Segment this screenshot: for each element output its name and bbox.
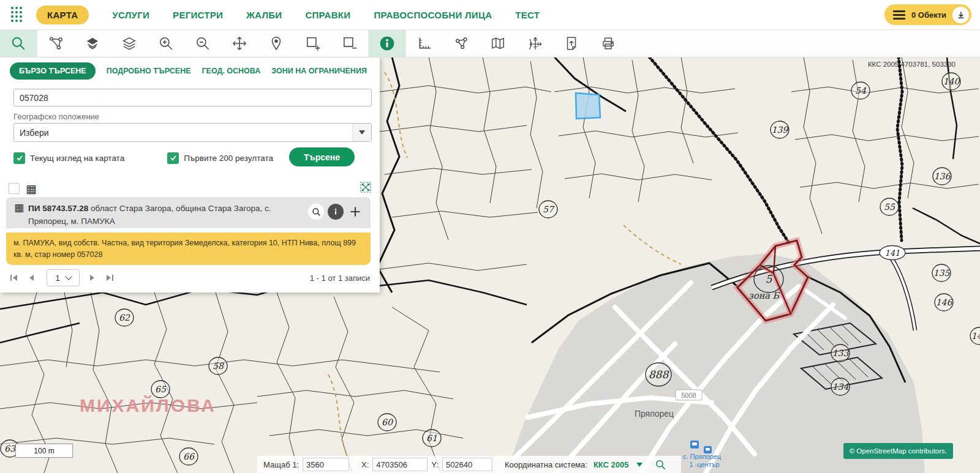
measure-ruler-icon [417,35,432,51]
scale-value-input[interactable] [303,458,349,471]
toolbar-locate-button[interactable] [258,29,295,57]
toolbar-pan-button[interactable] [221,29,258,57]
nav-item-pravosposobni-litsa[interactable]: ПРАВОСПОСОБНИ ЛИЦА [374,10,492,20]
magnifier-icon [312,207,321,217]
toolbar-print-button[interactable] [590,29,627,57]
plus-icon [350,206,361,217]
parcel-number-circle: 57 [539,201,557,218]
toolbar-measure-distance-button[interactable] [405,29,443,57]
svg-text:5008: 5008 [681,392,696,399]
parcel-number-circle: 61 [423,430,441,447]
toolbar-measure-area-button[interactable] [443,29,480,57]
toolbar-base-layers-button[interactable] [74,29,111,57]
toolbar-search-button[interactable] [0,29,37,57]
svg-text:62: 62 [119,313,130,322]
info-icon [331,207,340,216]
zoom-to-results-icon[interactable] [360,182,371,195]
geo-position-label: Географско положение [13,112,99,121]
result-id: ПИ 58743.57.28 [28,204,88,213]
toolbar-coordinate-grid-button[interactable] [516,29,553,57]
scale-label: Мащаб 1: [263,460,299,469]
result-zoom-button[interactable] [308,204,324,220]
tab-quick-search[interactable]: БЪРЗО ТЪРСЕНЕ [10,62,96,80]
chevron-down-icon [65,273,72,280]
pan-icon [232,35,247,51]
result-text: ПИ 58743.57.28 област Стара Загора, общи… [28,203,298,225]
highlighted-parcel[interactable] [576,93,600,119]
select-all-checkbox[interactable] [9,183,20,194]
parcel-number-circle: 139 [771,121,789,138]
toolbar-zoom-in-button[interactable] [148,29,184,57]
search-tabs: БЪРЗО ТЪРСЕНЕ ПОДРОБНО ТЪРСЕНЕ ГЕОД. ОСН… [10,62,367,80]
page-select[interactable]: 1 [47,269,80,286]
status-bar: Мащаб 1: X: Y: Координатна система: ККС … [257,456,681,473]
coordinate-search-button[interactable] [655,459,666,471]
result-details-row[interactable]: м. ПАМУКА, вид собств. Частна, вид терит… [6,233,371,265]
search-icon [655,459,666,471]
toolbar-remove-extent-button[interactable] [331,29,368,57]
toolbar-export-button[interactable] [553,29,590,57]
svg-text:65: 65 [155,384,167,394]
apps-grid-icon[interactable] [11,7,23,23]
toolbar-overview-map-button[interactable] [480,29,516,57]
page-number: 1 [55,274,59,283]
x-label: X: [361,460,369,469]
first-page-button[interactable] [10,274,18,281]
export-document-icon [564,35,579,51]
y-value-input[interactable] [442,458,492,471]
download-objects-button[interactable] [952,7,969,23]
toolbar-add-extent-button[interactable] [295,29,331,57]
tab-detailed-search[interactable]: ПОДРОБНО ТЪРСЕНЕ [107,67,191,75]
current-view-label: Текущ изглед на картата [30,154,124,163]
search-button[interactable]: Търсене [289,147,355,166]
nav-item-spravki[interactable]: СПРАВКИ [305,10,350,20]
search-query-input[interactable] [13,89,372,106]
objects-count-label: 0 Обекти [911,10,946,20]
tab-geodetic-basis[interactable]: ГЕОД. ОСНОВА [202,67,261,75]
chevron-down-icon[interactable] [636,463,643,467]
app-window: 141 5008 зона Б 541401391365513514614913… [0,0,980,473]
geo-position-select[interactable]: Избери [13,123,372,142]
toolbar-zoom-out-button[interactable] [184,29,221,57]
svg-text:139: 139 [772,125,789,135]
parcel-number-circle: 66 [179,448,198,465]
polygon-nodes-icon [453,35,469,51]
select-arrow[interactable] [352,124,371,141]
map-attribution[interactable]: © OpenStreetMap contributors. [843,443,953,459]
nav-item-uslugi[interactable]: УСЛУГИ [112,10,149,20]
last-page-button[interactable] [105,274,114,281]
prev-page-button[interactable] [28,274,34,281]
first-200-checkbox[interactable] [167,152,179,164]
tab-restriction-zones[interactable]: ЗОНИ НА ОГРАНИЧЕНИЯ [271,67,367,75]
cadastre-grid-icon: ▦ [26,183,37,195]
coordinate-axes-icon [527,35,543,51]
objects-button[interactable]: 0 Обекти [884,4,971,25]
nav-item-zhalbi[interactable]: ЖАЛБИ [246,10,282,20]
current-view-checkbox[interactable] [13,152,25,164]
result-add-button[interactable] [347,204,363,220]
nav-item-test[interactable]: ТЕСТ [515,10,540,20]
parcel-number-circle: 134 [831,378,850,395]
parcel-number-circle: 60 [378,414,396,431]
svg-text:63: 63 [4,444,16,453]
toolbar-identify-button[interactable] [368,29,405,57]
parcel-number-circle: 58 [209,357,227,374]
result-info-button[interactable] [328,204,344,220]
rectangle-plus-icon [305,35,321,51]
svg-text:888: 888 [649,368,669,381]
nav-item-karta[interactable]: КАРТА [36,6,89,24]
svg-text:57: 57 [543,204,555,214]
parcel-number-circle: 133 [831,345,850,362]
parcel-number-circle: 135 [932,264,951,281]
next-page-button[interactable] [89,274,96,281]
check-icon [16,154,23,162]
y-label: Y: [431,460,439,469]
result-row[interactable]: ▦ ПИ 58743.57.28 област Стара Загора, об… [6,197,371,228]
svg-text:5: 5 [766,273,773,285]
toolbar-select-graphic-button[interactable] [37,29,74,57]
x-value-input[interactable] [372,458,428,471]
geo-select-value: Избери [14,128,352,138]
toolbar-layers-button[interactable] [111,29,148,57]
crs-select[interactable]: ККС 2005 [594,460,629,469]
nav-item-registri[interactable]: РЕГИСТРИ [173,10,223,20]
